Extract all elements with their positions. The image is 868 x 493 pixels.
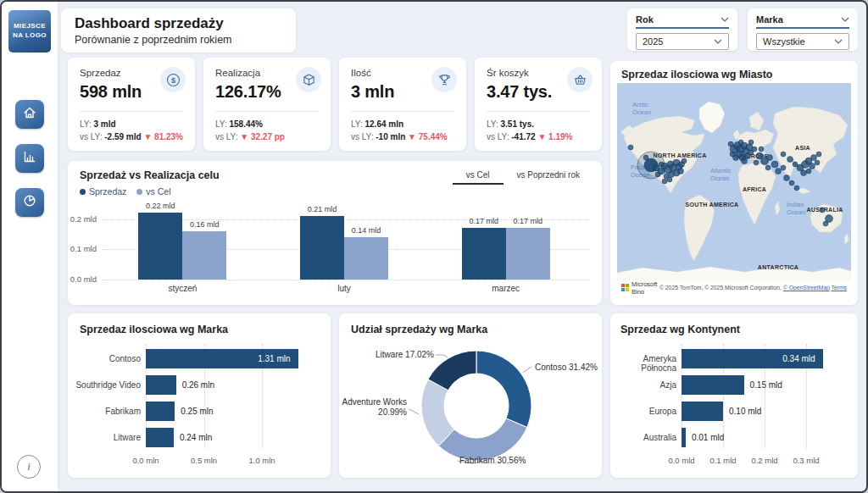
map-bubble[interactable] bbox=[816, 152, 821, 157]
map-bubble[interactable] bbox=[678, 169, 684, 174]
openstreetmap-link[interactable]: © OpenStreetMap bbox=[783, 285, 830, 291]
category-label: Australia bbox=[615, 433, 676, 442]
slicer-marka-dropdown[interactable]: Wszystkie bbox=[756, 33, 849, 50]
map-bubble[interactable] bbox=[784, 175, 790, 181]
map-bubble[interactable] bbox=[643, 155, 648, 160]
x-axis-tick: 0.1 mld bbox=[704, 456, 742, 465]
bar-value-label: 0.21 mld bbox=[295, 205, 349, 213]
map-bubble[interactable] bbox=[667, 177, 672, 182]
category-label: Ameryka Północna bbox=[615, 354, 676, 373]
dashboard-canvas: MIEJSCE NA LOGO i Dashboard sprzedaży Po… bbox=[0, 0, 868, 493]
nav-bar-chart-button[interactable] bbox=[15, 144, 44, 173]
kpi-card-sprzedaz: Sprzedaz $ 598 mln LY: 3 mld vs LY: -2.5… bbox=[68, 58, 195, 151]
map-bubble[interactable] bbox=[682, 158, 687, 163]
kpi-vs-line: vs LY: ▼ 32.27 pp bbox=[215, 130, 319, 143]
map-bubble[interactable] bbox=[776, 169, 782, 174]
continent-label: ANTARCTICA bbox=[758, 264, 798, 270]
map-bubble[interactable] bbox=[748, 140, 754, 145]
bar-value-label: 0.25 mln bbox=[181, 407, 213, 416]
slicer-rok-label: Rok bbox=[636, 14, 654, 25]
map-bubble[interactable] bbox=[742, 158, 748, 164]
bar-value-label: 0.15 mld bbox=[750, 380, 782, 390]
y-axis-tick: 0.1 mld bbox=[68, 244, 97, 253]
chevron-down-icon[interactable] bbox=[841, 17, 849, 22]
bar-Australia[interactable] bbox=[682, 428, 686, 447]
chevron-down-icon bbox=[834, 39, 843, 44]
category-label: Contoso bbox=[73, 354, 141, 363]
map-bubble[interactable] bbox=[811, 155, 817, 161]
bar-Sprzedaz-marzec[interactable] bbox=[462, 228, 506, 280]
bar-vs Cel-marzec[interactable] bbox=[506, 228, 550, 280]
ocean-label: Ocean bbox=[710, 174, 729, 182]
info-button[interactable]: i bbox=[17, 455, 41, 479]
bar-Sprzedaz-luty[interactable] bbox=[300, 216, 344, 280]
map-bubble[interactable] bbox=[659, 162, 664, 167]
kpi-vs-line: vs LY: -10 mln ▼ 75.44% bbox=[351, 130, 454, 143]
bar-value-label: 0.14 mld bbox=[339, 226, 393, 235]
bar-Southridge Video[interactable] bbox=[146, 375, 176, 395]
bar-vs Cel-luty[interactable] bbox=[344, 237, 388, 280]
continent-label: AFRICA bbox=[743, 186, 766, 192]
bar-Litware[interactable] bbox=[146, 428, 174, 447]
map-bubble[interactable] bbox=[628, 145, 633, 150]
callout-contoso: Contoso 31.42% bbox=[535, 363, 598, 373]
x-axis-tick: 0.3 mld bbox=[787, 456, 825, 465]
x-axis-category: luty bbox=[293, 284, 395, 293]
chevron-down-icon[interactable] bbox=[721, 17, 729, 22]
continent-label: ASIA bbox=[795, 145, 810, 151]
chevron-down-icon bbox=[714, 39, 722, 44]
callout-fabrikam: Fabrikam 30.56% bbox=[459, 456, 526, 466]
continent-plot-area: 0.0 mld0.1 mld0.2 mld0.3 mldAmeryka Półn… bbox=[610, 313, 858, 478]
map-bubble[interactable] bbox=[771, 161, 778, 168]
map-bubble[interactable] bbox=[787, 157, 793, 163]
nav-home-button[interactable] bbox=[15, 100, 44, 129]
map-bubble[interactable] bbox=[730, 152, 735, 157]
map-bubble[interactable] bbox=[767, 155, 773, 161]
slicer-rok-dropdown[interactable]: 2025 bbox=[636, 33, 729, 50]
map-bubble[interactable] bbox=[738, 140, 743, 145]
map-bubble[interactable] bbox=[794, 186, 799, 191]
map-bubble[interactable] bbox=[801, 170, 807, 176]
bar-Europa[interactable] bbox=[682, 402, 723, 421]
map-bubble[interactable] bbox=[781, 165, 786, 170]
map-bubble[interactable] bbox=[781, 152, 786, 157]
logo-text-line2: NA LOGO bbox=[13, 31, 47, 41]
kpi-vs-line: vs LY: -2.59 mld ▼ 81.23% bbox=[80, 130, 183, 143]
divider bbox=[351, 111, 454, 112]
map-bubble[interactable] bbox=[728, 141, 733, 147]
slicer-rok: Rok 2025 bbox=[627, 8, 737, 51]
bar-Fabrikam[interactable] bbox=[146, 402, 175, 421]
map-bubble[interactable] bbox=[823, 221, 828, 226]
x-axis-tick: 0.2 mld bbox=[746, 456, 783, 465]
microsoft-bing-logo: Microsoft Bing bbox=[621, 280, 659, 295]
bar-Sprzedaz-styczeń[interactable] bbox=[138, 213, 182, 280]
monthly-chart-card: Sprzedaż vs Realizacja celu vs Cel vs Po… bbox=[68, 161, 602, 305]
map-copyright: © 2025 TomTom, © 2025 Microsoft Corporat… bbox=[659, 285, 847, 291]
info-icon: i bbox=[27, 460, 31, 474]
map-bubble[interactable] bbox=[754, 160, 759, 165]
map-bubble[interactable] bbox=[655, 172, 660, 177]
nav-donut-chart-button[interactable] bbox=[15, 188, 44, 217]
map-bubble[interactable] bbox=[820, 208, 825, 213]
bar-Azja[interactable] bbox=[682, 375, 744, 395]
map-bubble[interactable] bbox=[810, 163, 815, 169]
terms-link[interactable]: Terms bbox=[831, 285, 847, 291]
map-bubble[interactable] bbox=[765, 165, 771, 170]
map-attribution: Microsoft Bing © 2025 TomTom, © 2025 Mic… bbox=[617, 281, 851, 294]
slicer-marka-value: Wszystkie bbox=[763, 36, 805, 47]
svg-text:$: $ bbox=[170, 75, 175, 84]
ocean-label: Ocean bbox=[632, 108, 651, 116]
x-axis-category: styczeń bbox=[131, 284, 233, 293]
y-axis-tick: 0.2 mld bbox=[68, 214, 97, 224]
map-bubble[interactable] bbox=[669, 172, 675, 178]
map-bubble[interactable] bbox=[789, 180, 794, 186]
map-bubble[interactable] bbox=[752, 147, 757, 152]
world-map[interactable]: ArcticOceanPacificOceanAtlanticOceanIndi… bbox=[617, 83, 851, 294]
map-bubble[interactable] bbox=[662, 179, 667, 184]
category-label: Southridge Video bbox=[73, 380, 141, 390]
map-bubble[interactable] bbox=[806, 169, 811, 174]
map-bubble[interactable] bbox=[759, 147, 764, 152]
map-bubble[interactable] bbox=[815, 160, 820, 165]
bar-value-label: 0.17 mld bbox=[501, 217, 555, 225]
bar-vs Cel-styczeń[interactable] bbox=[182, 231, 226, 280]
